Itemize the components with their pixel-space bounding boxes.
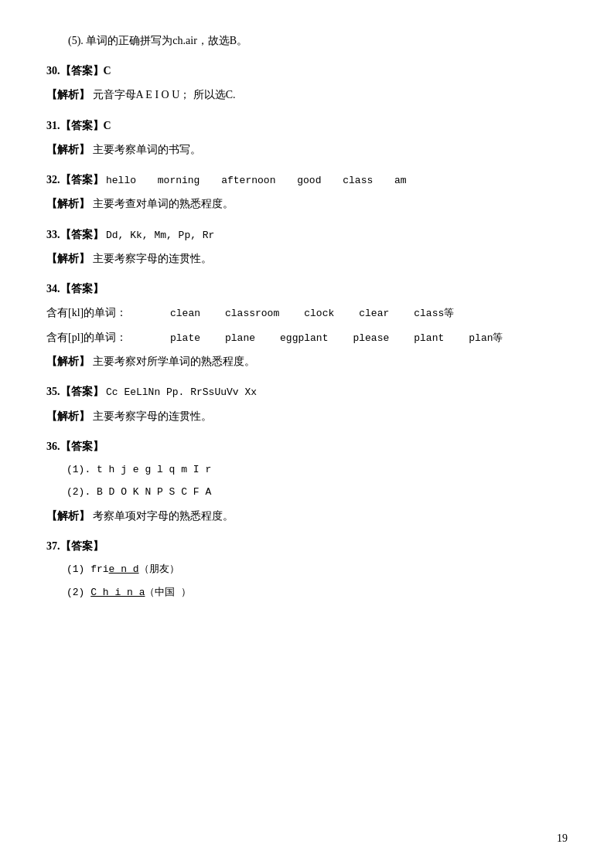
q36-sub2: (2). B D O K N P S C F A (46, 483, 568, 501)
q35-block: 35.【答案】 Cc EeLlNn Pp. RrSsUuVv Xx 【解析】 主… (46, 382, 568, 426)
q36-answer-label: 36.【答案】 (46, 437, 568, 456)
q35-analysis-text: 主要考察字母的连贯性。 (93, 410, 212, 422)
q31-answer: 31.【答案】C (46, 116, 568, 135)
kl-word-2: classroom (225, 305, 279, 322)
pl-word-6: plan等 (469, 329, 503, 347)
page: (5). 单词的正确拼写为ch.air，故选B。 30.【答案】C 【解析】 元… (0, 0, 614, 868)
q34-kl-label: 含有[kl]的单词： (46, 303, 170, 322)
pl-word-4: please (353, 329, 389, 347)
q36-sub1: (1). t h j e g l q m I r (46, 461, 568, 478)
q31-analysis-label: 【解析】 (46, 144, 90, 155)
q37-block: 37.【答案】 (1) frie n d（朋友） (2) C h i n a（中… (46, 536, 568, 601)
pl-word-1: plate (170, 329, 200, 347)
pl-word-5: plant (414, 329, 444, 347)
q37-sub2-suffix: （中国 ） (145, 587, 191, 598)
pl-word-2: plane (225, 329, 255, 347)
item5-note: (5). 单词的正确拼写为ch.air，故选B。 (46, 31, 568, 50)
q35-analysis: 【解析】 主要考察字母的连贯性。 (46, 407, 568, 426)
pl-word-3: eggplant (280, 329, 328, 347)
q30-analysis: 【解析】 元音字母A E I O U； 所以选C. (46, 85, 568, 104)
q36-analysis-label: 【解析】 (46, 510, 90, 522)
q37-sub1: (1) frie n d（朋友） (46, 560, 568, 578)
q34-block: 34.【答案】 含有[kl]的单词： clean classroom clock… (46, 279, 568, 371)
q34-analysis: 【解析】 主要考察对所学单词的熟悉程度。 (46, 352, 568, 371)
q30-analysis-text: 元音字母A E I O U； 所以选C. (93, 89, 236, 100)
q34-answer-label: 34.【答案】 (46, 279, 568, 298)
q30-answer: 30.【答案】C (46, 61, 568, 80)
q33-answer-label: 33.【答案】 (46, 229, 104, 240)
q36-analysis-text: 考察单项对字母的熟悉程度。 (93, 510, 234, 522)
q35-answer-label: 35.【答案】 (46, 386, 104, 397)
q37-sub1-underlined: e n d (109, 563, 139, 575)
q31-analysis-text: 主要考察单词的书写。 (93, 144, 201, 155)
q36-analysis: 【解析】 考察单项对字母的熟悉程度。 (46, 506, 568, 526)
q32-block: 32.【答案】 hello morning afternoon good cla… (46, 170, 568, 214)
q37-sub2-label: (2) (67, 587, 90, 598)
q33-analysis-text: 主要考察字母的连贯性。 (93, 253, 212, 264)
q37-answer-label: 37.【答案】 (46, 536, 568, 556)
q32-analysis: 【解析】 主要考查对单词的熟悉程度。 (46, 194, 568, 213)
kl-word-3: clock (304, 305, 334, 322)
q33-answer-words: Dd, Kk, Mm, Pp, Rr (106, 230, 214, 241)
q34-pl-label: 含有[pl]的单词： (46, 328, 170, 347)
q37-sub2-underlined: C h i n a (90, 587, 145, 598)
q35-answer: 35.【答案】 Cc EeLlNn Pp. RrSsUuVv Xx (46, 382, 568, 401)
q31-block: 31.【答案】C 【解析】 主要考察单词的书写。 (46, 116, 568, 159)
kl-word-1: clean (170, 305, 200, 322)
q32-answer-words: hello morning afternoon good class am (106, 175, 407, 186)
q30-block: 30.【答案】C 【解析】 元音字母A E I O U； 所以选C. (46, 61, 568, 104)
q33-analysis-label: 【解析】 (46, 253, 90, 264)
q34-pl-row: 含有[pl]的单词： plate plane eggplant please p… (46, 328, 568, 347)
kl-word-4: clear (359, 305, 389, 322)
q32-answer: 32.【答案】 hello morning afternoon good cla… (46, 170, 568, 189)
item5-note-text: (5). 单词的正确拼写为ch.air，故选B。 (68, 35, 247, 46)
page-number: 19 (557, 832, 568, 845)
q37-sub1-suffix: （朋友） (139, 563, 179, 575)
q37-sub2: (2) C h i n a（中国 ） (46, 584, 568, 601)
kl-word-5: class等 (414, 305, 454, 322)
q34-analysis-text: 主要考察对所学单词的熟悉程度。 (93, 356, 255, 367)
q33-analysis: 【解析】 主要考察字母的连贯性。 (46, 249, 568, 268)
q33-answer: 33.【答案】 Dd, Kk, Mm, Pp, Rr (46, 225, 568, 244)
q37-sub1-label: (1) fri (67, 563, 109, 575)
q36-block: 36.【答案】 (1). t h j e g l q m I r (2). B … (46, 437, 568, 526)
q32-analysis-text: 主要考查对单词的熟悉程度。 (93, 198, 234, 209)
q35-analysis-label: 【解析】 (46, 410, 90, 422)
q31-analysis: 【解析】 主要考察单词的书写。 (46, 140, 568, 159)
q35-answer-words: Cc EeLlNn Pp. RrSsUuVv Xx (106, 386, 257, 398)
q34-pl-words: plate plane eggplant please plant plan等 (170, 329, 503, 347)
q34-analysis-label: 【解析】 (46, 356, 90, 367)
q33-block: 33.【答案】 Dd, Kk, Mm, Pp, Rr 【解析】 主要考察字母的连… (46, 225, 568, 269)
q34-kl-words: clean classroom clock clear class等 (170, 305, 454, 322)
q30-analysis-label: 【解析】 (46, 89, 90, 100)
q34-kl-row: 含有[kl]的单词： clean classroom clock clear c… (46, 303, 568, 322)
q32-analysis-label: 【解析】 (46, 198, 90, 209)
q32-answer-label: 32.【答案】 (46, 174, 104, 186)
